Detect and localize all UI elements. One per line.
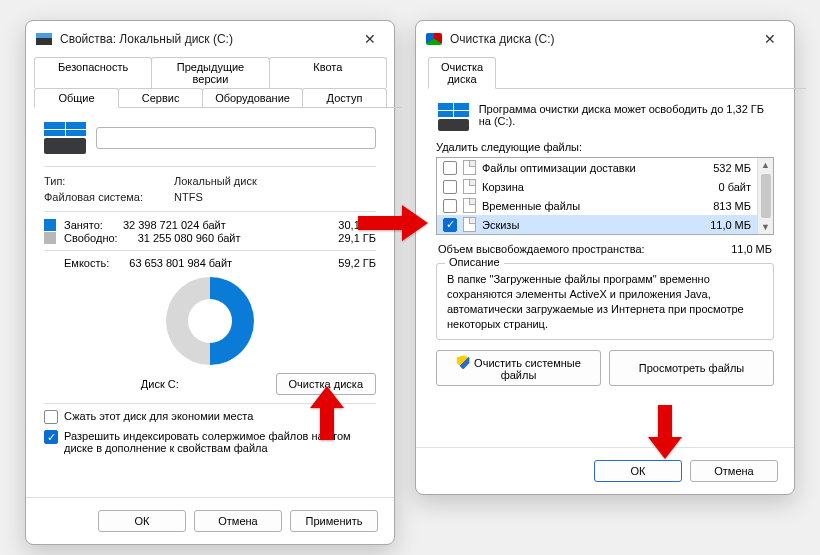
capacity-bytes: 63 653 801 984 байт <box>109 257 316 269</box>
dialog-buttons: ОК Отмена Применить <box>26 497 394 532</box>
drive-icon <box>438 103 469 131</box>
tab-general[interactable]: Общие <box>34 88 119 108</box>
compress-checkbox[interactable] <box>44 410 58 424</box>
description-group: Описание В папке "Загруженные файлы прог… <box>436 263 774 340</box>
tab-previous-versions[interactable]: Предыдущие версии <box>151 57 269 88</box>
type-value: Локальный диск <box>174 175 376 187</box>
file-checkbox[interactable]: ✓ <box>443 218 457 232</box>
file-checkbox[interactable] <box>443 161 457 175</box>
total-label: Объем высвобождаемого пространства: <box>438 243 731 255</box>
delete-files-label: Удалить следующие файлы: <box>436 141 774 153</box>
file-name: Корзина <box>482 181 685 193</box>
scroll-down-icon[interactable]: ▼ <box>761 220 770 234</box>
used-swatch <box>44 219 56 231</box>
file-size: 11,0 МБ <box>691 219 751 231</box>
clean-system-files-button[interactable]: Очистить системные файлы <box>436 350 601 386</box>
close-button[interactable]: ✕ <box>756 25 784 53</box>
cleanup-panel: Программа очистки диска может освободить… <box>416 89 794 394</box>
file-icon <box>463 179 476 194</box>
clean-system-files-label: Очистить системные файлы <box>474 357 581 381</box>
fs-value: NTFS <box>174 191 376 203</box>
ok-button[interactable]: ОК <box>98 510 186 532</box>
tabs-row-1: Безопасность Предыдущие версии Квота <box>26 57 394 88</box>
file-size: 813 МБ <box>691 200 751 212</box>
file-size: 532 МБ <box>691 162 751 174</box>
index-checkbox-row[interactable]: ✓ Разрешить индексировать солержимое фай… <box>44 430 376 454</box>
compress-checkbox-row[interactable]: Сжать этот диск для экономии места <box>44 410 376 424</box>
free-bytes: 31 255 080 960 байт <box>118 232 316 244</box>
index-checkbox[interactable]: ✓ <box>44 430 58 444</box>
titlebar: Свойства: Локальный диск (C:) ✕ <box>26 21 394 57</box>
scrollbar[interactable]: ▲ ▼ <box>757 158 773 234</box>
free-label: Свободно: <box>64 232 118 244</box>
file-size: 0 байт <box>691 181 751 193</box>
ok-button[interactable]: ОК <box>594 460 682 482</box>
capacity-label: Емкость: <box>64 257 109 269</box>
cleanup-icon <box>426 33 442 45</box>
fs-label: Файловая система: <box>44 191 174 203</box>
apply-button[interactable]: Применить <box>290 510 378 532</box>
cancel-button[interactable]: Отмена <box>690 460 778 482</box>
file-item[interactable]: Корзина0 байт <box>437 177 757 196</box>
used-label: Занято: <box>64 219 103 231</box>
tab-security[interactable]: Безопасность <box>34 57 152 88</box>
window-title: Очистка диска (C:) <box>450 32 756 46</box>
tab-hardware[interactable]: Оборудование <box>202 88 303 107</box>
titlebar: Очистка диска (C:) ✕ <box>416 21 794 57</box>
tab-cleanup[interactable]: Очистка диска <box>428 57 496 89</box>
tab-tools[interactable]: Сервис <box>118 88 203 107</box>
file-checkbox[interactable] <box>443 199 457 213</box>
drive-big-icon <box>44 122 86 154</box>
free-swatch <box>44 232 56 244</box>
description-title: Описание <box>445 256 504 268</box>
description-text: В папке "Загруженные файлы программ" вре… <box>447 272 763 331</box>
shield-icon <box>456 355 470 369</box>
tabs: Очистка диска <box>416 57 794 88</box>
scroll-thumb[interactable] <box>761 174 771 218</box>
file-checkbox[interactable] <box>443 180 457 194</box>
cancel-button[interactable]: Отмена <box>194 510 282 532</box>
disk-cleanup-button[interactable]: Очистка диска <box>276 373 376 395</box>
disk-cleanup-dialog: Очистка диска (C:) ✕ Очистка диска Прогр… <box>415 20 795 495</box>
total-value: 11,0 МБ <box>731 243 772 255</box>
close-button[interactable]: ✕ <box>356 25 384 53</box>
free-gb: 29,1 ГБ <box>316 232 376 244</box>
window-title: Свойства: Локальный диск (C:) <box>60 32 356 46</box>
view-files-button[interactable]: Просмотреть файлы <box>609 350 774 386</box>
properties-dialog: Свойства: Локальный диск (C:) ✕ Безопасн… <box>25 20 395 545</box>
type-label: Тип: <box>44 175 174 187</box>
cleanup-intro: Программа очистки диска может освободить… <box>479 103 772 127</box>
general-panel: Тип:Локальный диск Файловая система:NTFS… <box>26 108 394 468</box>
file-name: Файлы оптимизации доставки <box>482 162 685 174</box>
file-icon <box>463 160 476 175</box>
usage-donut <box>166 277 254 365</box>
file-name: Временные файлы <box>482 200 685 212</box>
file-item[interactable]: Файлы оптимизации доставки532 МБ <box>437 158 757 177</box>
tab-sharing[interactable]: Доступ <box>302 88 387 107</box>
file-icon <box>463 217 476 232</box>
dialog-buttons: ОК Отмена <box>416 447 794 482</box>
file-icon <box>463 198 476 213</box>
used-gb: 30,1 ГБ <box>316 219 376 231</box>
tabs-row-2: Общие Сервис Оборудование Доступ <box>26 88 394 107</box>
file-item[interactable]: ✓Эскизы11,0 МБ <box>437 215 757 234</box>
disk-caption: Диск С: <box>44 378 276 390</box>
file-item[interactable]: Временные файлы813 МБ <box>437 196 757 215</box>
tab-quota[interactable]: Квота <box>269 57 387 88</box>
capacity-gb: 59,2 ГБ <box>316 257 376 269</box>
file-name: Эскизы <box>482 219 685 231</box>
drive-icon <box>36 33 52 45</box>
compress-label: Сжать этот диск для экономии места <box>64 410 253 422</box>
index-label: Разрешить индексировать солержимое файло… <box>64 430 376 454</box>
file-list[interactable]: Файлы оптимизации доставки532 МБКорзина0… <box>436 157 774 235</box>
scroll-up-icon[interactable]: ▲ <box>761 158 770 172</box>
used-bytes: 32 398 721 024 байт <box>103 219 316 231</box>
drive-label-input[interactable] <box>96 127 376 149</box>
